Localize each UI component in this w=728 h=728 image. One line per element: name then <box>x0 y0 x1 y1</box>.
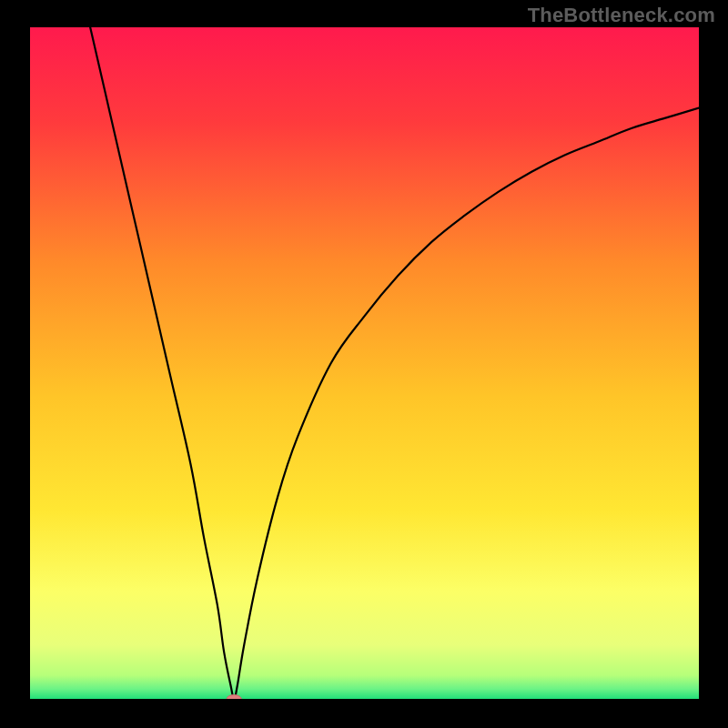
chart-container: TheBottleneck.com <box>0 0 728 728</box>
bottleneck-chart-canvas <box>30 27 699 699</box>
watermark-text: TheBottleneck.com <box>528 4 715 27</box>
plot-area <box>30 27 699 699</box>
